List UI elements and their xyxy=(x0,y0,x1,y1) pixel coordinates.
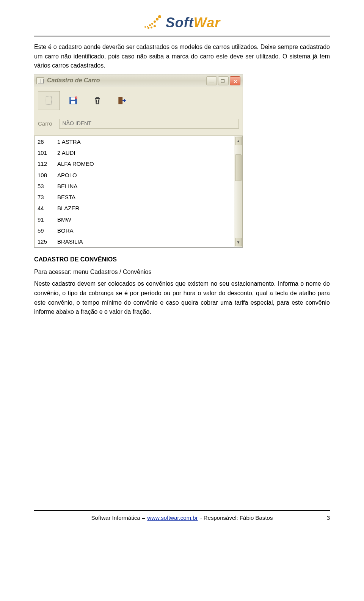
intro-paragraph: Este é o cadastro aonde deverão ser cada… xyxy=(34,42,330,71)
header-divider xyxy=(34,36,330,36)
field-label-carro: Carro xyxy=(38,119,52,128)
trash-icon xyxy=(93,96,102,105)
footer-responsible: - Responsável: Fábio Bastos xyxy=(200,513,273,522)
window-icon xyxy=(36,77,44,84)
carro-input[interactable]: NÃO IDENT xyxy=(59,119,239,129)
svg-rect-2 xyxy=(71,97,75,100)
floppy-icon: ⟳ xyxy=(68,96,78,105)
list-item[interactable]: 112ALFA ROMEO xyxy=(35,158,234,169)
page-footer: Softwar Informática – www.softwar.com.br… xyxy=(34,511,330,522)
list-item[interactable]: 91BMW xyxy=(35,214,234,225)
toolbar: ⟳ xyxy=(34,87,243,114)
section-description: Neste cadastro devem ser colocados os co… xyxy=(34,279,330,317)
svg-rect-0 xyxy=(46,97,52,104)
scroll-down-icon[interactable]: ▼ xyxy=(235,238,242,246)
logo-dots-icon xyxy=(144,15,163,30)
window-titlebar[interactable]: Cadastro de Carro xyxy=(34,74,243,87)
scroll-up-icon[interactable]: ▲ xyxy=(235,137,242,145)
page-number: 3 xyxy=(327,513,330,522)
logo: Soft War xyxy=(144,12,220,33)
scrollbar[interactable]: ▲ ▼ xyxy=(234,136,243,248)
window-cadastro-carro: Cadastro de Carro ⟳ Carro xyxy=(34,74,243,247)
svg-rect-6 xyxy=(118,97,122,104)
section-heading-convenios: CADASTRO DE CONVÊNIOS xyxy=(34,255,330,264)
scroll-thumb[interactable] xyxy=(235,154,242,181)
delete-button[interactable] xyxy=(86,91,108,110)
maximize-button[interactable] xyxy=(218,76,229,85)
new-button[interactable] xyxy=(38,91,60,110)
list-item[interactable]: 108APOLO xyxy=(35,170,234,181)
logo-text-right: War xyxy=(194,12,220,33)
document-icon xyxy=(44,96,54,105)
save-button[interactable]: ⟳ xyxy=(62,91,84,110)
list-item[interactable]: 73BESTA xyxy=(35,192,234,203)
field-row: Carro NÃO IDENT xyxy=(34,114,243,136)
list-item[interactable]: 53BELINA xyxy=(35,181,234,192)
car-list[interactable]: 261 ASTRA 1012 AUDI 112ALFA ROMEO 108APO… xyxy=(34,136,234,248)
list-item[interactable]: 1012 AUDI xyxy=(35,147,234,158)
list-item[interactable]: 44BLAZER xyxy=(35,203,234,214)
close-button[interactable] xyxy=(230,76,240,85)
list-item[interactable]: 59BORA xyxy=(35,225,234,236)
window-title: Cadastro de Carro xyxy=(47,76,205,85)
logo-text-left: Soft xyxy=(166,12,194,33)
footer-link[interactable]: www.softwar.com.br xyxy=(147,513,198,522)
svg-rect-3 xyxy=(71,101,75,104)
section-access-path: Para acessar: menu Cadastros / Convênios xyxy=(34,267,330,277)
list-item[interactable]: 261 ASTRA xyxy=(35,136,234,147)
footer-company: Softwar Informática – xyxy=(91,513,145,522)
exit-door-icon xyxy=(117,96,127,105)
page-header: Soft War xyxy=(34,12,330,33)
list-item[interactable]: 125BRASILIA xyxy=(35,236,234,247)
exit-button[interactable] xyxy=(111,91,133,110)
minimize-button[interactable] xyxy=(206,76,217,85)
